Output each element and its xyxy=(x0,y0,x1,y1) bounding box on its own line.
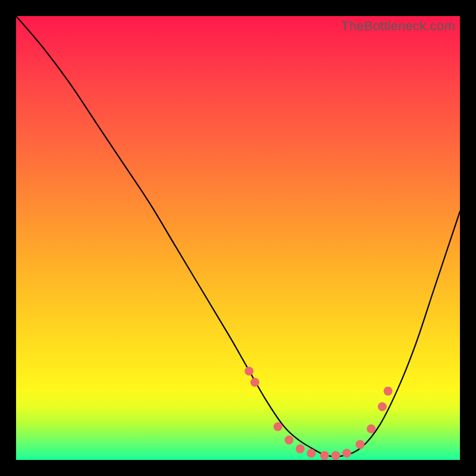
highlight-marker xyxy=(384,387,393,396)
plot-area: TheBottleneck.com xyxy=(16,16,460,460)
highlight-marker xyxy=(274,422,283,431)
highlight-marker xyxy=(284,436,293,444)
bottleneck-curve xyxy=(16,16,460,457)
chart-svg xyxy=(16,16,460,460)
chart-container: TheBottleneck.com xyxy=(0,0,476,476)
highlight-marker xyxy=(356,440,365,449)
highlight-marker xyxy=(378,402,387,411)
highlight-marker xyxy=(320,451,329,460)
highlight-markers xyxy=(245,367,393,460)
highlight-marker xyxy=(245,367,253,375)
highlight-marker xyxy=(250,378,259,387)
highlight-marker xyxy=(307,449,316,458)
watermark-text: TheBottleneck.com xyxy=(341,18,455,34)
highlight-marker xyxy=(342,449,351,458)
highlight-marker xyxy=(367,424,375,433)
highlight-marker xyxy=(331,451,340,460)
highlight-marker xyxy=(296,444,305,453)
